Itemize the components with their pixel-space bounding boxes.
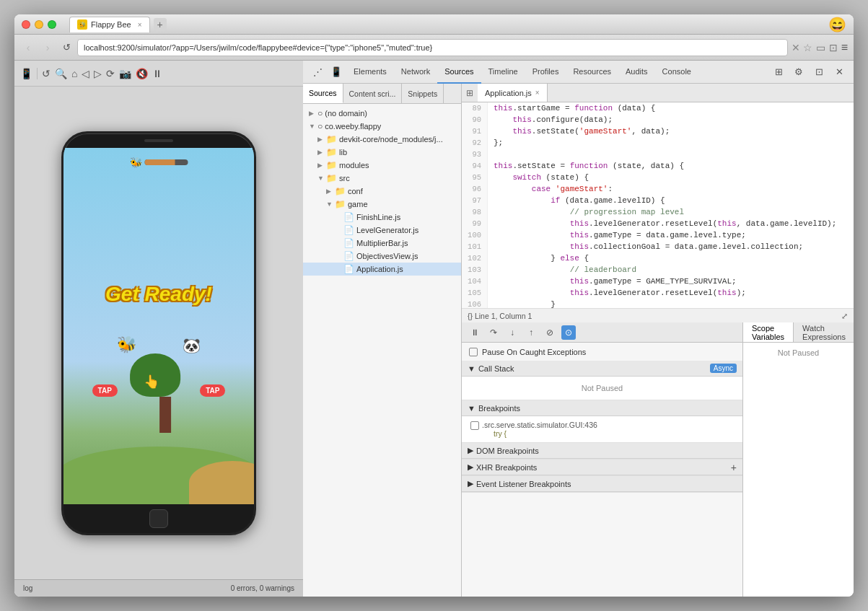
async-toggle-button[interactable]: ⊙ [561, 325, 576, 340]
tab-resources[interactable]: Resources [566, 61, 618, 84]
back-button[interactable]: ‹ [20, 40, 36, 56]
column-icon: ⊞ [462, 88, 478, 98]
editor-tab-bar: ⊞ Application.js × [462, 84, 854, 102]
expand-icon[interactable]: ⤢ [841, 312, 848, 320]
inspect-element-button[interactable]: ⋰ [309, 63, 326, 81]
maximize-button[interactable] [48, 20, 56, 29]
minimize-button[interactable] [35, 20, 43, 29]
devtools-button[interactable]: ▭ [816, 42, 825, 53]
tree-item-devkit[interactable]: ▶ 📁 devkit-core/node_modules/j... [303, 133, 461, 146]
step-into-button[interactable]: ↓ [505, 325, 520, 340]
home-icon[interactable]: ⌂ [71, 68, 77, 79]
line-number: 103 [462, 264, 488, 276]
sources-tab-snippets[interactable]: Snippets [402, 84, 444, 103]
call-stack-header[interactable]: ▼ Call Stack Async [462, 361, 742, 377]
line-number: 102 [462, 252, 488, 264]
watch-expressions-tab[interactable]: Watch Expressions [794, 322, 854, 342]
tree-item-no-domain[interactable]: ▶ ○ (no domain) [303, 107, 461, 120]
tap-right-button[interactable]: TAP [200, 384, 225, 397]
tree-item-application[interactable]: ▶ 📄 Application.js [303, 263, 461, 276]
pause-label: Pause On Caught Exceptions [482, 348, 586, 356]
tree-item-game[interactable]: ▼ 📁 game [303, 198, 461, 211]
tree-item-multiplierbar[interactable]: ▶ 📄 MultiplierBar.js [303, 237, 461, 250]
phone-icon[interactable]: 📱 [20, 68, 32, 79]
scope-variables-tab[interactable]: Scope Variables [743, 322, 794, 342]
line-number: 96 [462, 183, 488, 195]
pause-sim-icon[interactable]: ⏸ [152, 68, 162, 79]
forward-button[interactable]: › [40, 40, 56, 56]
reload-button[interactable]: ↺ [59, 40, 74, 55]
section-label: Breakpoints [478, 404, 520, 413]
code-line-96: 96 case 'gameStart': [462, 183, 854, 195]
tab-title: Flappy Bee [91, 20, 131, 29]
add-xhr-button[interactable]: + [731, 462, 737, 473]
file-icon: 📄 [343, 264, 354, 274]
bookmark-icon[interactable]: ☆ [803, 42, 812, 53]
line-code: this.gameType = data.game.level.type; [488, 229, 746, 241]
back-nav-icon[interactable]: ◁ [82, 68, 89, 79]
tree-item-lib[interactable]: ▶ 📁 lib [303, 146, 461, 159]
settings-button[interactable]: ⚙ [790, 63, 807, 81]
tab-network[interactable]: Network [394, 61, 437, 84]
tree-item-co-weeby[interactable]: ▼ ○ co.weeby.flappy [303, 120, 461, 133]
breakpoints-header[interactable]: ▼ Breakpoints [462, 400, 742, 416]
event-listener-header[interactable]: ▶ Event Listener Breakpoints [462, 476, 742, 492]
rotate-icon[interactable]: ⟳ [106, 68, 115, 79]
pause-checkbox[interactable] [469, 348, 478, 356]
forward-nav-icon[interactable]: ▷ [94, 68, 102, 79]
close-button[interactable] [22, 20, 30, 29]
phone-device: 🐝 [61, 131, 256, 535]
tab-timeline[interactable]: Timeline [481, 61, 525, 84]
sound-icon[interactable]: 🔇 [136, 68, 148, 79]
tree-item-conf[interactable]: ▶ 📁 conf [303, 185, 461, 198]
tree-item-src[interactable]: ▼ 📁 src [303, 172, 461, 185]
code-editor[interactable]: 89 this.startGame = function (data) { 90… [462, 102, 854, 308]
tab-close-icon[interactable]: × [138, 21, 142, 29]
zoom-in-icon[interactable]: 🔍 [55, 68, 67, 79]
phone-home-button[interactable] [63, 504, 254, 533]
line-code: // progression map level [488, 206, 684, 218]
dom-breakpoints-header[interactable]: ▶ DOM Breakpoints [462, 443, 742, 459]
browser-tab[interactable]: 🐝 Flappy Bee × [69, 17, 150, 32]
menu-button[interactable]: ≡ [841, 41, 848, 54]
editor-tab-close[interactable]: × [535, 89, 540, 97]
new-tab-button[interactable]: + [154, 18, 167, 31]
phone-screen[interactable]: 🐝 [63, 148, 254, 504]
editor-tab-application[interactable]: Application.js × [478, 84, 548, 102]
folder-icon: 📁 [335, 199, 346, 209]
deactivate-breakpoints[interactable]: ⊘ [543, 325, 557, 340]
refresh-icon[interactable]: ↺ [42, 68, 51, 79]
code-line-90: 90 this.configure(data); [462, 114, 854, 126]
step-over-button[interactable]: ↷ [486, 325, 501, 340]
tab-console[interactable]: Console [655, 61, 698, 84]
tree-item-modules[interactable]: ▶ 📁 modules [303, 159, 461, 172]
tree-item-levelgenerator[interactable]: ▶ 📄 LevelGenerator.js [303, 224, 461, 237]
tab-audits[interactable]: Audits [618, 61, 655, 84]
xhr-breakpoints-header[interactable]: ▶ XHR Breakpoints + [462, 460, 742, 475]
tab-sources[interactable]: Sources [437, 61, 481, 84]
tab-profiles[interactable]: Profiles [525, 61, 566, 84]
home-circle [149, 509, 168, 528]
filter-button[interactable]: ⊞ [770, 63, 787, 81]
url-bar-area: ‹ › ↺ ✕ ☆ ▭ ⊡ ≡ [14, 35, 854, 61]
screenshot-icon[interactable]: 📷 [119, 68, 131, 79]
tree-label: lib [339, 148, 347, 157]
health-track [145, 159, 188, 165]
tree-item-objectivesview[interactable]: ▶ 📄 ObjectivesView.js [303, 250, 461, 263]
breakpoint-checkbox[interactable] [470, 421, 479, 430]
line-number: 95 [462, 172, 488, 183]
sources-tab-content-scripts[interactable]: Content scri... [343, 84, 403, 103]
url-input[interactable] [77, 39, 788, 56]
tab-elements[interactable]: Elements [346, 61, 394, 84]
tap-left-button[interactable]: TAP [92, 384, 118, 397]
close-devtools-button[interactable]: ✕ [830, 63, 848, 81]
step-out-button[interactable]: ↑ [524, 325, 538, 340]
folder-icon: 📁 [335, 186, 346, 196]
cast-button[interactable]: ⊡ [829, 42, 838, 53]
device-mode-button[interactable]: 📱 [328, 63, 345, 81]
dock-button[interactable]: ⊡ [810, 63, 828, 81]
sources-tab-sources[interactable]: Sources [303, 84, 343, 103]
dt-right-icons: ⊞ ⚙ ⊡ ✕ [770, 63, 848, 81]
tree-item-finishline[interactable]: ▶ 📄 FinishLine.js [303, 211, 461, 224]
pause-resume-button[interactable]: ⏸ [468, 325, 482, 340]
